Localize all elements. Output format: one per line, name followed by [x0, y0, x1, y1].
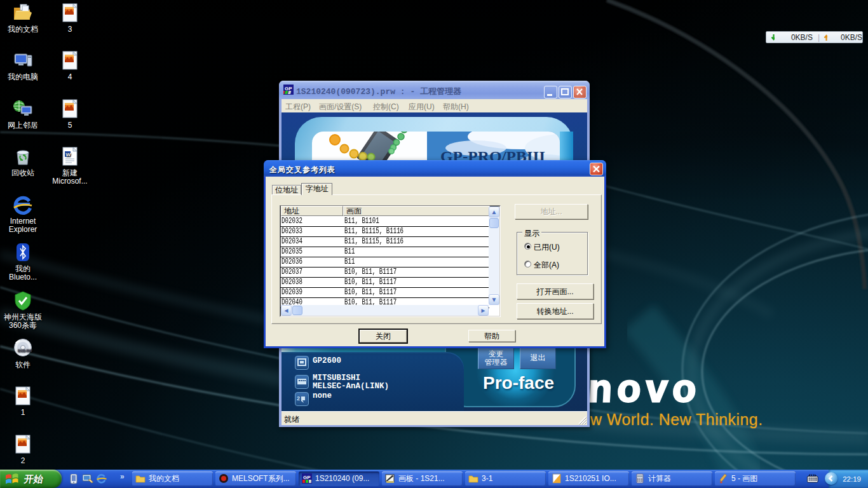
svg-text:GP: GP	[303, 475, 311, 480]
svg-text:DVD-RW: DVD-RW	[18, 349, 32, 353]
svg-text:W: W	[66, 152, 71, 158]
svg-text:2: 2	[297, 395, 300, 402]
svg-text:GP: GP	[285, 86, 292, 92]
